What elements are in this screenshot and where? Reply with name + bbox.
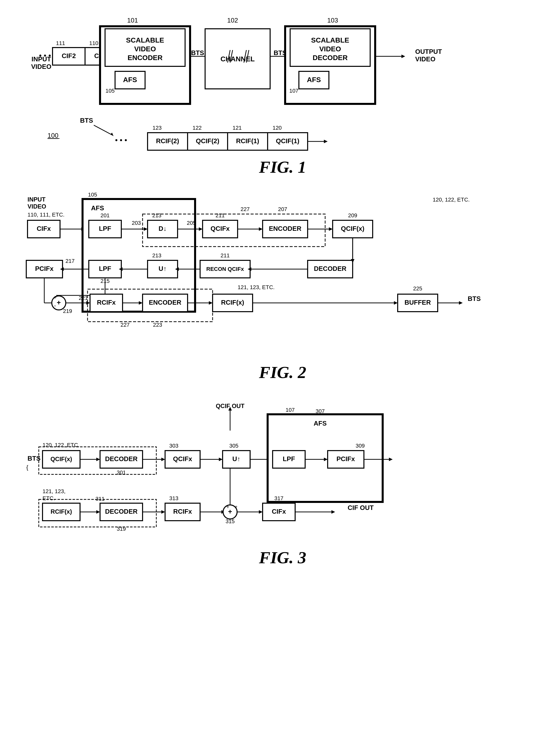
label-101: 101	[127, 17, 138, 24]
num-201: 201	[101, 212, 110, 219]
label-decoder-fig2: DECODER	[314, 265, 347, 272]
label-cifx-fig3: CIFx	[272, 508, 286, 515]
num-207: 207	[278, 206, 287, 212]
label-bts-left: BTS	[191, 49, 204, 57]
arrow-sum-cifx	[259, 510, 263, 514]
arrow-dec-out	[401, 55, 405, 58]
label-uup: U↑	[159, 265, 167, 272]
label-etc2b-fig3: ETC.	[43, 495, 55, 501]
brace-left: {	[26, 464, 28, 471]
num-221: 221	[79, 295, 88, 301]
label-input-video-fig2b: VIDEO	[27, 203, 46, 210]
label-qcifx-mid: QCIFx	[173, 455, 192, 462]
num-225: 225	[413, 285, 422, 292]
label-etc-right: 120, 122, ETC.	[433, 197, 470, 203]
num-213b: 213	[152, 252, 162, 259]
arrow-enc-qcifx	[329, 227, 333, 231]
label-rcif2: RCIF(2)	[156, 137, 179, 145]
label-lpf-fig3: LPF	[283, 455, 295, 462]
num-309: 309	[356, 442, 365, 449]
label-pcifx: PCIFx	[35, 265, 54, 272]
label-plus1: +	[54, 294, 57, 300]
num-123: 123	[152, 125, 162, 131]
arrow-buf-bts	[459, 301, 463, 305]
dots-input: • • •	[39, 51, 51, 60]
label-decoder-bot-fig3: DECODER	[105, 508, 138, 515]
label-etc-fig2: 110, 111, ETC.	[27, 212, 64, 218]
num-213: 213	[152, 212, 162, 219]
num-315: 315	[226, 518, 235, 525]
fig2-title: FIG. 2	[259, 363, 306, 382]
label-rcifx-in: RCIFx	[97, 299, 116, 306]
num-105-fig2: 105	[88, 192, 97, 198]
label-input-video2: VIDEO	[31, 63, 51, 70]
label-encoder-bot: ENCODER	[149, 299, 181, 306]
arrow-qcif-enc	[259, 227, 263, 231]
arrow-decbot-rcifx	[161, 510, 165, 514]
fig3-title: FIG. 3	[259, 548, 306, 567]
arrow-qcif-dec-fig3	[96, 458, 100, 461]
num-203: 203	[132, 220, 141, 226]
plus-top-fig3: +	[226, 504, 229, 510]
plus-right-fig3: +	[235, 504, 237, 510]
num-211b: 211	[221, 252, 230, 259]
num-317: 317	[274, 495, 284, 501]
dots-bottom: • • •	[115, 136, 127, 144]
num-305: 305	[229, 442, 238, 449]
num-120: 120	[273, 125, 282, 131]
label-output-video: OUTPUT	[415, 48, 442, 55]
label-afs-fig3: AFS	[314, 419, 327, 427]
fig1-title: FIG. 1	[259, 157, 306, 177]
label-bts-fig2: BTS	[468, 295, 481, 302]
num-110: 110	[89, 40, 99, 46]
label-ddown: D↓	[159, 225, 167, 232]
label-scalable: SCALABLE	[126, 36, 164, 44]
num-303: 303	[169, 442, 179, 449]
num-107-fig3: 107	[286, 407, 295, 413]
num-307: 307	[316, 408, 325, 414]
label-103: 103	[327, 17, 338, 24]
label-output-video2: VIDEO	[415, 55, 435, 63]
label-qcif1: QCIF(1)	[276, 137, 299, 145]
num-319: 319	[117, 526, 126, 532]
arrow-qcif-out	[324, 140, 328, 143]
label-afs-enc: AFS	[123, 76, 137, 84]
label-etc2-fig3: 121, 123,	[43, 488, 65, 494]
label-scalable-dec: SCALABLE	[311, 36, 349, 44]
arrow-cifx-out	[331, 510, 335, 514]
label-pcifx-fig3: PCIFx	[336, 455, 355, 462]
num-107: 107	[289, 87, 299, 94]
label-minus: -	[54, 302, 56, 309]
label-etc-bot: 121, 123, ETC.	[237, 284, 275, 290]
label-rcifx-mid: RCIFx	[173, 508, 192, 515]
label-video: VIDEO	[134, 45, 156, 53]
label-cif-out: CIF OUT	[348, 504, 374, 511]
page: 101 102 103 INPUT VIDEO CIF2 111 CIF1 11…	[0, 0, 560, 750]
label-afs-fig2: AFS	[91, 204, 104, 212]
arrow-pcifx-out	[389, 458, 393, 461]
label-channel: CHANNEL	[221, 55, 255, 63]
arrow-rcifx-decbot	[96, 510, 100, 514]
num-223: 223	[153, 322, 162, 328]
arrow-bts-bottom	[110, 133, 113, 136]
figure-3: QCIF OUT 107 BTS { 120, 122, ETC. QCIF(x…	[20, 400, 545, 581]
arrow-rcif-buf	[394, 301, 398, 305]
label-qcifx-top: QCIFx	[211, 225, 230, 232]
label-encoder-top: ENCODER	[269, 225, 302, 232]
arrow-encbot-rcif	[209, 301, 213, 305]
label-lpf2: LPF	[99, 265, 111, 272]
figure-1: 101 102 103 INPUT VIDEO CIF2 111 CIF1 11…	[20, 15, 545, 185]
num-209: 209	[348, 212, 357, 219]
label-lpf1: LPF	[99, 225, 111, 232]
figure-2: INPUT VIDEO 110, 111, ETC. 120, 122, ETC…	[20, 190, 545, 396]
label-bts-bottom: BTS	[80, 117, 93, 124]
label-uup-fig3: U↑	[232, 455, 240, 462]
label-rcif-out: RCIF(x)	[221, 299, 244, 306]
arrow-d-qcif	[199, 227, 203, 231]
label-afs-dec: AFS	[307, 76, 321, 84]
num-100: 100	[47, 132, 58, 139]
label-encoder: ENCODER	[128, 54, 163, 62]
label-qcifx-in: QCIF(x)	[50, 456, 72, 462]
label-rcif1: RCIF(1)	[236, 137, 259, 145]
num-211: 211	[215, 212, 225, 219]
